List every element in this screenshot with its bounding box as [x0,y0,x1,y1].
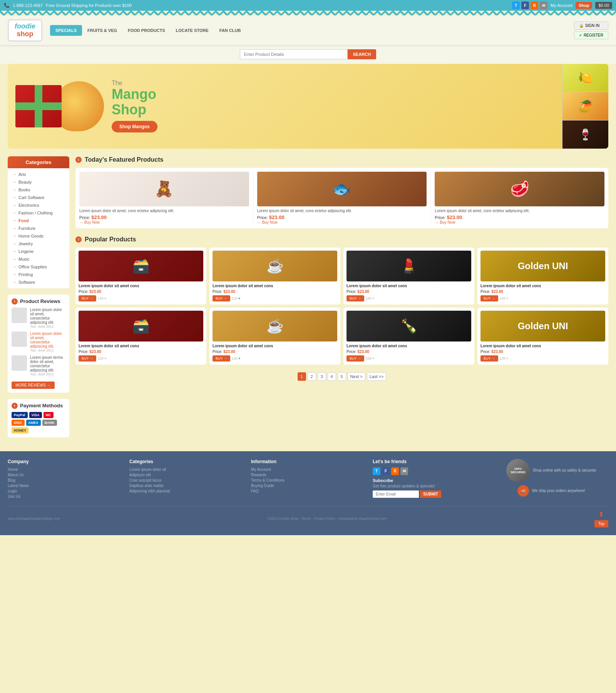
register-button[interactable]: ✓ REGISTER [574,31,608,39]
footer-friends-title: Let's be friends [373,459,487,464]
footer-cat-3[interactable]: Cras suscipit lacus [129,478,243,482]
cat-item-lingerie[interactable]: →Lingerie [8,248,69,255]
amex-icon: AMEX [26,420,41,426]
footer-link-home[interactable]: Home [8,467,122,472]
footer-cat-4[interactable]: Dapibus ante mattis [129,484,243,488]
feat-buy-1[interactable]: → Buy Now [79,220,249,224]
footer-cat-1[interactable]: Lorem ipsum dolor sit [129,467,243,472]
buy-button-2-4[interactable]: BUY → [480,355,498,362]
cat-item-software[interactable]: →Software [8,278,69,286]
rss-icon[interactable]: R [531,2,538,9]
facebook-icon[interactable]: F [521,2,529,9]
cat-item-furniture[interactable]: →Furniture [8,224,69,232]
cat-item-electronics[interactable]: →Electronics [8,201,69,209]
zigzag-divider [0,11,616,15]
feat-buy-3[interactable]: → Buy Now [435,220,604,224]
footer-subscribe: Subscribe Get free product updates & spe… [373,478,487,498]
product-img-1-1: 🗃️ [79,251,203,281]
buy-button-2-1[interactable]: BUY → [79,355,96,362]
cat-item-arts[interactable]: →Arts [8,171,69,178]
footer-trust: 100% SECURED Shop online with us safely … [494,459,608,500]
logo-line1: foodie [13,23,37,30]
nav-store[interactable]: LOCATE STORE [171,25,214,36]
cat-item-office[interactable]: →Office Supplies [8,263,69,271]
arrow-icon: → [12,203,16,207]
review-text-3: Lorem ipsum terms dolor sit amet, consec… [30,355,65,372]
cat-item-home-goods[interactable]: →Home Goods [8,232,69,240]
footer-bottom: www.heritagechristiancollege.com ©2011 F… [8,506,608,527]
footer-link-login[interactable]: Login [8,489,122,493]
feat-buy-2[interactable]: → Buy Now [257,220,427,224]
more-reviews-button[interactable]: MORE REVIEWS → [12,382,55,389]
page-3[interactable]: 3 [318,372,326,381]
cat-item-music[interactable]: →Music [8,255,69,263]
sign-in-button[interactable]: 🔒 SIGN IN [574,22,608,30]
buy-button-1-2[interactable]: BUY → [213,295,230,301]
divider [430,172,431,224]
footer-twitter-icon[interactable]: T [373,467,380,475]
footer-info-rewards[interactable]: Rewards [251,473,365,477]
cat-item-printing[interactable]: →Printing [8,271,69,278]
footer-facebook-icon[interactable]: F [382,467,390,475]
footer-cat-5[interactable]: Adipiscing nibh placerat [129,489,243,493]
cat-item-food[interactable]: →Food [8,217,69,224]
product-title-1-1: Lorem ipsum dolor sit amet cons [79,284,203,288]
up-arrow-icon: ⬆ [598,510,604,519]
cat-item-books[interactable]: →Books [8,186,69,194]
subscribe-submit-button[interactable]: SUBMIT [420,490,441,498]
nav-fan[interactable]: FAN CLUB [214,25,246,36]
back-to-top-button[interactable]: Top [594,520,608,527]
twitter-icon[interactable]: T [512,2,520,9]
arrow-icon: → [12,280,16,284]
cat-item-cart-software[interactable]: →Cart Software [8,194,69,201]
footer-link-about[interactable]: About Us [8,473,122,477]
site-logo[interactable]: foodie shop [8,19,42,42]
buy-button-2-3[interactable]: BUY → [346,355,364,362]
shop-mangos-button[interactable]: Shop Mangos [112,121,157,132]
search-button[interactable]: SEARCH [348,49,376,59]
buy-button-2-2[interactable]: BUY → [213,355,230,362]
review-date-3: Tue, June 2011 [30,372,65,376]
footer-link-news[interactable]: Latest News [8,484,122,488]
buy-button-1-1[interactable]: BUY → [79,295,96,301]
page-last[interactable]: Last >> [367,372,387,381]
hero-thumb-mango: 🥭 [562,92,608,120]
footer-cat-2[interactable]: Adipiscin elit [129,473,243,477]
arrow-icon: → [12,234,16,238]
footer-link-join[interactable]: Join Us [8,494,122,499]
social-icons: T F R ✉ [512,2,547,9]
top-bar: 📞 1-888-123-4567 Free Ground Shipping fo… [0,0,616,11]
cat-item-fashion[interactable]: →Fashion / Clothing [8,209,69,217]
cat-item-jewelry[interactable]: →Jewelry [8,240,69,248]
email-subscribe-input[interactable] [373,490,419,498]
email-icon[interactable]: ✉ [540,2,547,9]
site-header: foodie shop SPECIALS FRUITS & VEG FOOD P… [0,15,616,46]
heart-icon: ♥ [104,296,106,300]
footer-info-account[interactable]: My Account [251,467,365,472]
footer-email-icon[interactable]: ✉ [400,467,408,475]
page-next[interactable]: Next > [348,372,365,381]
footer-info-faq[interactable]: FAQ [251,489,365,493]
my-account-link[interactable]: My Account [551,3,572,8]
page-4[interactable]: 4 [328,372,336,381]
page-1[interactable]: 1 [298,372,306,381]
footer-rss-icon[interactable]: R [391,467,399,475]
search-input[interactable] [240,49,348,59]
footer-info-guide[interactable]: Buying Guide [251,484,365,488]
buy-button-1-4[interactable]: BUY → [480,295,498,301]
review-text-2[interactable]: Lorem ipsum dolor sit amet, consectetur … [30,331,65,348]
trust-row: 100% SECURED Shop online with us safely … [506,459,596,482]
product-card-1-2: ☕ Lorem ipsum dolor sit amet cons Price:… [209,248,340,305]
popular-title: Popular Products [85,236,136,243]
review-thumb-2 [12,331,27,347]
footer-info-terms[interactable]: Terms & Conditions [251,478,365,482]
page-2[interactable]: 2 [308,372,316,381]
nav-food[interactable]: FOOD PRODUCTS [122,25,171,36]
page-5[interactable]: 5 [338,372,346,381]
shop-button[interactable]: Shop [576,2,593,9]
nav-specials[interactable]: SPECIALS [50,25,82,36]
buy-button-1-3[interactable]: BUY → [346,295,364,301]
cat-item-beauty[interactable]: →Beauty [8,178,69,186]
nav-fruits[interactable]: FRUITS & VEG [82,25,122,36]
footer-link-blog[interactable]: Blog [8,478,122,482]
